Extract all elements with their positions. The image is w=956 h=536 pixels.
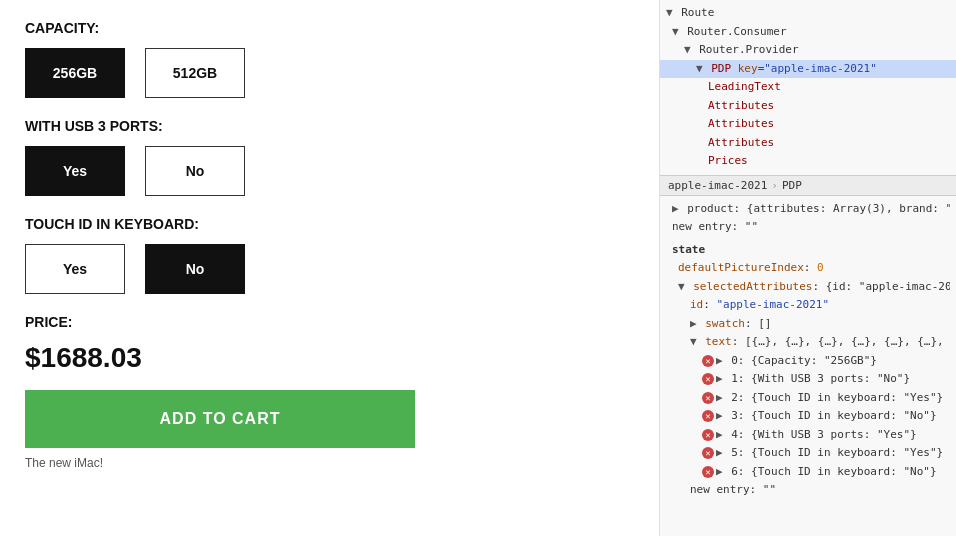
product-line: ▶ product: {attributes: Array(3), brand:… — [666, 200, 950, 219]
price-label: PRICE: — [25, 314, 634, 330]
swatch-line: ▶ swatch: [] — [666, 315, 950, 334]
tree-attributes-3: Attributes — [660, 134, 956, 153]
tree-prices: Prices — [660, 152, 956, 171]
price-value: $1688.03 — [25, 342, 634, 374]
id-line: id: "apple-imac-2021" — [666, 296, 950, 315]
text-item-4: ✕▶ 4: {With USB 3 ports: "Yes"} — [666, 426, 950, 445]
touchid-options: Yes No — [25, 244, 634, 294]
tree-router-consumer: ▼ Router.Consumer — [660, 23, 956, 42]
default-picture: defaultPictureIndex: 0 — [666, 259, 950, 278]
text-item-1: ✕▶ 1: {With USB 3 ports: "No"} — [666, 370, 950, 389]
capacity-label: CAPACITY: — [25, 20, 634, 36]
usb-yes-button[interactable]: Yes — [25, 146, 125, 196]
tree-attributes-1: Attributes — [660, 97, 956, 116]
devtools-tree: ▼ Route ▼ Router.Consumer ▼ Router.Provi… — [660, 0, 956, 175]
footer-text: The new iMac! — [25, 456, 634, 470]
state-label: state — [666, 241, 950, 260]
state-section: ▶ product: {attributes: Array(3), brand:… — [660, 196, 956, 504]
capacity-256gb-button[interactable]: 256GB — [25, 48, 125, 98]
usb-options: Yes No — [25, 146, 634, 196]
selected-attributes-line: ▼ selectedAttributes: {id: "apple-imac-2… — [666, 278, 950, 297]
text-item-5: ✕▶ 5: {Touch ID in keyboard: "Yes"} — [666, 444, 950, 463]
tree-attributes-2: Attributes — [660, 115, 956, 134]
touchid-label: TOUCH ID IN KEYBOARD: — [25, 216, 634, 232]
capacity-options: 256GB 512GB — [25, 48, 634, 98]
touchid-yes-button[interactable]: Yes — [25, 244, 125, 294]
text-line: ▼ text: [{…}, {…}, {…}, {…}, {…}, {…}, {… — [666, 333, 950, 352]
left-panel: CAPACITY: 256GB 512GB WITH USB 3 PORTS: … — [0, 0, 660, 536]
usb-no-button[interactable]: No — [145, 146, 245, 196]
breadcrumb-apple-imac: apple-imac-2021 — [668, 179, 767, 192]
add-to-cart-button[interactable]: ADD TO CART — [25, 390, 415, 448]
capacity-512gb-button[interactable]: 512GB — [145, 48, 245, 98]
usb-label: WITH USB 3 PORTS: — [25, 118, 634, 134]
new-entry-1: new entry: "" — [666, 218, 950, 237]
text-item-0: ✕▶ 0: {Capacity: "256GB"} — [666, 352, 950, 371]
touchid-no-button[interactable]: No — [145, 244, 245, 294]
tree-pdp: ▼ PDP key="apple-imac-2021" — [660, 60, 956, 79]
right-panel: ▼ Route ▼ Router.Consumer ▼ Router.Provi… — [660, 0, 956, 536]
tree-router-provider: ▼ Router.Provider — [660, 41, 956, 60]
text-item-6: ✕▶ 6: {Touch ID in keyboard: "No"} — [666, 463, 950, 482]
text-item-3: ✕▶ 3: {Touch ID in keyboard: "No"} — [666, 407, 950, 426]
text-item-2: ✕▶ 2: {Touch ID in keyboard: "Yes"} — [666, 389, 950, 408]
tree-leading-text: LeadingText — [660, 78, 956, 97]
breadcrumb-bar: apple-imac-2021 › PDP — [660, 175, 956, 196]
tree-route: ▼ Route — [660, 4, 956, 23]
breadcrumb-pdp: PDP — [782, 179, 802, 192]
price-section: PRICE: $1688.03 — [25, 314, 634, 374]
new-entry-2: new entry: "" — [666, 481, 950, 500]
